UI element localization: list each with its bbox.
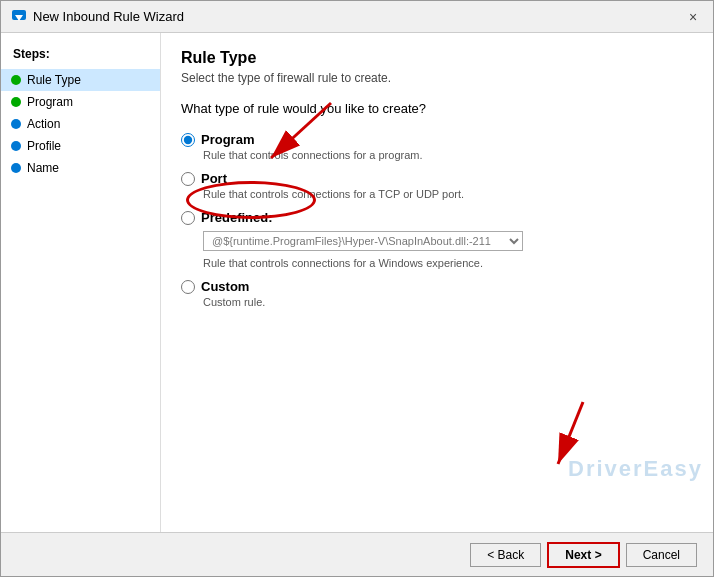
window-title: New Inbound Rule Wizard	[33, 9, 184, 24]
wizard-icon	[11, 9, 27, 25]
option-predefined-label[interactable]: Predefined:	[181, 210, 693, 225]
sidebar-label-program: Program	[27, 95, 73, 109]
main-panel: Rule Type Select the type of firewall ru…	[161, 33, 713, 532]
sidebar-item-program[interactable]: Program	[1, 91, 160, 113]
sidebar-item-rule-type[interactable]: Rule Type	[1, 69, 160, 91]
sidebar-label-profile: Profile	[27, 139, 61, 153]
question-text: What type of rule would you like to crea…	[181, 101, 693, 116]
option-port-label[interactable]: Port	[181, 171, 693, 186]
options-area: Program Rule that controls connections f…	[181, 132, 693, 516]
next-button[interactable]: Next >	[547, 542, 619, 568]
radio-program[interactable]	[181, 133, 195, 147]
sidebar-item-name[interactable]: Name	[1, 157, 160, 179]
sidebar-item-action[interactable]: Action	[1, 113, 160, 135]
option-port-row: Port Rule that controls connections for …	[181, 171, 693, 200]
panel-subtitle: Select the type of firewall rule to crea…	[181, 71, 693, 85]
option-predefined-text: Predefined:	[201, 210, 273, 225]
option-program-row: Program Rule that controls connections f…	[181, 132, 693, 161]
close-button[interactable]: ×	[683, 7, 703, 27]
option-custom-label[interactable]: Custom	[181, 279, 693, 294]
radio-predefined[interactable]	[181, 211, 195, 225]
option-predefined-desc: Rule that controls connections for a Win…	[203, 257, 693, 269]
dot-icon	[11, 119, 21, 129]
sidebar-item-profile[interactable]: Profile	[1, 135, 160, 157]
option-custom-text: Custom	[201, 279, 249, 294]
title-bar-left: New Inbound Rule Wizard	[11, 9, 184, 25]
back-button[interactable]: < Back	[470, 543, 541, 567]
dot-icon	[11, 141, 21, 151]
content-area: Steps: Rule Type Program Action Profile …	[1, 33, 713, 532]
option-program-text: Program	[201, 132, 254, 147]
option-predefined-row: Predefined: @${runtime.ProgramFiles}\Hyp…	[181, 210, 693, 269]
dot-icon	[11, 97, 21, 107]
panel-title: Rule Type	[181, 49, 693, 67]
option-custom-row: Custom Custom rule.	[181, 279, 693, 308]
radio-custom[interactable]	[181, 280, 195, 294]
radio-port[interactable]	[181, 172, 195, 186]
wizard-window: New Inbound Rule Wizard × Steps: Rule Ty…	[0, 0, 714, 577]
option-port-text: Port	[201, 171, 227, 186]
sidebar: Steps: Rule Type Program Action Profile …	[1, 33, 161, 532]
option-custom-desc: Custom rule.	[203, 296, 693, 308]
sidebar-title: Steps:	[1, 43, 160, 69]
predefined-select-row: @${runtime.ProgramFiles}\Hyper-V\SnapInA…	[203, 231, 693, 251]
sidebar-label-rule-type: Rule Type	[27, 73, 81, 87]
option-program-label[interactable]: Program	[181, 132, 693, 147]
cancel-button[interactable]: Cancel	[626, 543, 697, 567]
sidebar-label-name: Name	[27, 161, 59, 175]
option-program-desc: Rule that controls connections for a pro…	[203, 149, 693, 161]
title-bar: New Inbound Rule Wizard ×	[1, 1, 713, 33]
predefined-select[interactable]: @${runtime.ProgramFiles}\Hyper-V\SnapInA…	[203, 231, 523, 251]
option-port-desc: Rule that controls connections for a TCP…	[203, 188, 693, 200]
dot-icon	[11, 163, 21, 173]
dot-icon	[11, 75, 21, 85]
sidebar-label-action: Action	[27, 117, 60, 131]
footer: < Back Next > Cancel	[1, 532, 713, 576]
